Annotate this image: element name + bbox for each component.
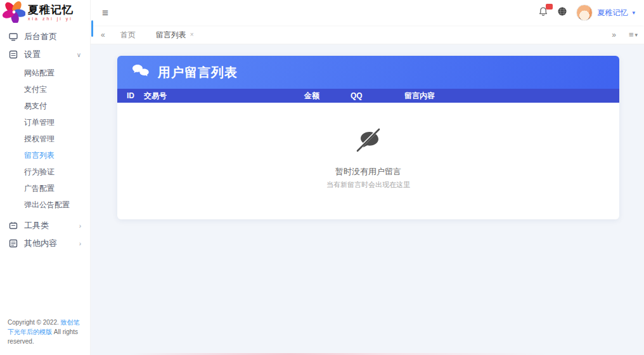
sidebar-item-captcha[interactable]: 行为验证	[0, 164, 90, 180]
tab-bar: « 首页 留言列表 × » ≡ ▾	[91, 25, 644, 44]
sidebar-item-label: 工具类	[24, 220, 49, 231]
no-messages-icon	[354, 128, 383, 157]
tab-label: 首页	[120, 25, 136, 44]
close-icon[interactable]: ×	[190, 25, 194, 44]
sidebar-menu: 后台首页 设置 ∨ 网站配置 支付宝 易支付 订单管理 授权管理 留言列表 行为…	[0, 25, 90, 311]
avatar	[576, 4, 593, 21]
copyright-prefix: Copyright © 2022.	[8, 319, 61, 326]
column-header-amount: 金额	[304, 91, 351, 101]
app-logo[interactable]: 夏稚记忆 xia zhi ji yi	[0, 0, 90, 25]
flower-logo-icon	[3, 0, 25, 25]
gear-icon	[9, 50, 18, 59]
chevron-right-icon: ›	[79, 223, 81, 229]
sidebar-collapse-icon[interactable]: ≡	[100, 6, 111, 20]
content: 用户留言列表 ID 交易号 金额 QQ 留言内容 暂时没有用户留言 当	[91, 44, 644, 219]
list-icon: ≡	[629, 30, 634, 39]
chat-bubbles-icon	[131, 63, 150, 82]
tab-message-list[interactable]: 留言列表 ×	[147, 25, 203, 44]
home-icon	[9, 32, 18, 41]
card-banner: 用户留言列表	[117, 56, 619, 89]
tools-icon	[9, 221, 18, 230]
caret-down-icon: ▾	[632, 10, 635, 16]
message-list-card: 用户留言列表 ID 交易号 金额 QQ 留言内容 暂时没有用户留言 当	[117, 56, 619, 219]
table-header: ID 交易号 金额 QQ 留言内容	[117, 89, 619, 103]
caret-down-icon: ▾	[634, 32, 638, 38]
empty-state-title: 暂时没有用户留言	[335, 166, 401, 178]
sidebar-item-tools[interactable]: 工具类 ›	[0, 217, 90, 235]
column-header-trade-no: 交易号	[144, 91, 304, 101]
sidebar: 夏稚记忆 xia zhi ji yi 后台首页 设置 ∨ 网站配置 支付宝 易支…	[0, 0, 91, 355]
chevron-down-icon: ∨	[77, 51, 81, 58]
notifications-button[interactable]	[538, 6, 548, 20]
tabs-menu-button[interactable]: ≡ ▾	[629, 30, 638, 39]
card-title: 用户留言列表	[158, 64, 238, 81]
tabs-scroll-left-icon[interactable]: «	[97, 30, 109, 39]
copyright: Copyright © 2022. 致创笔下光年后的模版 All rights …	[0, 311, 90, 355]
tab-label: 留言列表	[156, 25, 186, 44]
empty-state: 暂时没有用户留言 当有新留言时会出现在这里	[117, 103, 619, 219]
empty-state-subtitle: 当有新留言时会出现在这里	[326, 180, 410, 190]
sidebar-item-other-content[interactable]: 其他内容 ›	[0, 235, 90, 252]
username: 夏稚记忆	[597, 8, 628, 18]
app-subtitle: xia zhi ji yi	[28, 16, 74, 21]
sidebar-item-site-config[interactable]: 网站配置	[0, 65, 90, 81]
globe-button[interactable]	[557, 6, 567, 19]
topbar: ≡ 夏稚记忆 ▾	[91, 0, 644, 25]
sidebar-item-authorization[interactable]: 授权管理	[0, 131, 90, 147]
tabs-scroll-right-icon[interactable]: »	[608, 30, 620, 39]
chevron-right-icon: ›	[79, 240, 81, 247]
user-menu[interactable]: 夏稚记忆 ▾	[576, 4, 635, 21]
column-header-id: ID	[117, 91, 144, 100]
scrollbar-thumb[interactable]	[91, 20, 93, 37]
column-header-message: 留言内容	[404, 91, 619, 101]
sidebar-item-settings[interactable]: 设置 ∨	[0, 46, 90, 63]
app-title: 夏稚记忆	[28, 4, 74, 15]
sidebar-item-alipay[interactable]: 支付宝	[0, 81, 90, 98]
sidebar-item-label: 后台首页	[24, 31, 57, 42]
document-icon	[9, 239, 18, 248]
globe-icon	[557, 6, 567, 16]
sidebar-item-popup-notice-config[interactable]: 弹出公告配置	[0, 197, 90, 213]
sidebar-item-epay[interactable]: 易支付	[0, 98, 90, 114]
main-area: ≡ 夏稚记忆 ▾ «	[91, 0, 644, 355]
sidebar-item-ads-config[interactable]: 广告配置	[0, 180, 90, 197]
settings-submenu: 网站配置 支付宝 易支付 订单管理 授权管理 留言列表 行为验证 广告配置 弹出…	[0, 63, 90, 217]
sidebar-item-message-list[interactable]: 留言列表	[0, 147, 90, 164]
sidebar-item-orders[interactable]: 订单管理	[0, 114, 90, 131]
sidebar-item-label: 其他内容	[24, 238, 57, 249]
tab-home[interactable]: 首页	[112, 25, 145, 44]
column-header-qq: QQ	[351, 91, 404, 100]
sidebar-item-dashboard[interactable]: 后台首页	[0, 28, 90, 46]
sidebar-item-label: 设置	[24, 49, 41, 60]
notification-badge	[546, 4, 553, 10]
